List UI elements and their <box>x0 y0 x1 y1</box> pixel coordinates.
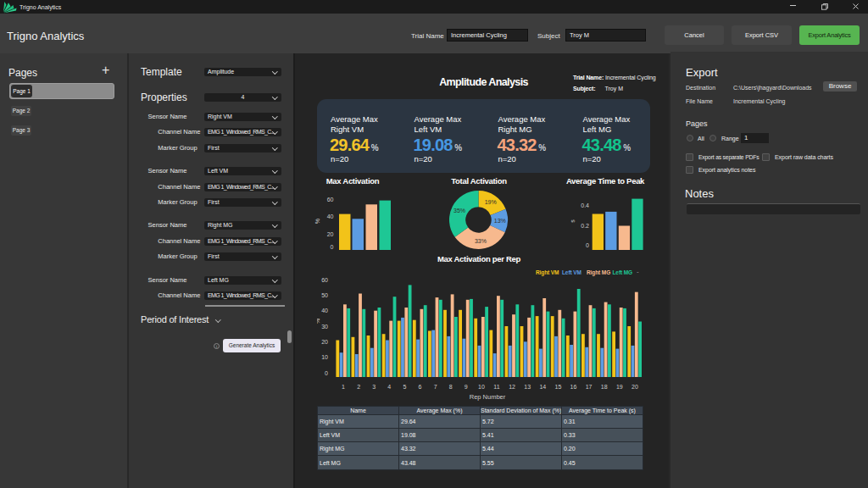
svg-text:4: 4 <box>387 384 391 390</box>
svg-text:18: 18 <box>601 384 608 390</box>
svg-text:12: 12 <box>509 384 515 390</box>
svg-text:3: 3 <box>372 384 376 390</box>
svg-text:19%: 19% <box>485 199 497 205</box>
svg-text:8: 8 <box>449 384 453 390</box>
svg-text:40: 40 <box>327 214 334 219</box>
svg-text:5: 5 <box>403 384 406 390</box>
svg-text:60: 60 <box>321 277 328 283</box>
svg-text:50: 50 <box>321 292 328 298</box>
svg-text:7: 7 <box>434 384 437 390</box>
svg-text:60: 60 <box>327 197 334 202</box>
svg-text:40: 40 <box>321 308 328 313</box>
svg-text:2: 2 <box>357 384 360 390</box>
svg-text:11: 11 <box>493 384 499 390</box>
svg-text:s: s <box>570 219 576 223</box>
svg-text:20: 20 <box>327 231 334 237</box>
svg-text:19: 19 <box>616 384 623 390</box>
svg-text:14: 14 <box>539 384 546 390</box>
svg-text:%: % <box>314 219 320 224</box>
svg-text:15: 15 <box>555 384 562 390</box>
svg-text:17: 17 <box>586 384 593 390</box>
svg-text:0: 0 <box>586 242 589 248</box>
svg-text:0.4: 0.4 <box>581 202 589 208</box>
svg-text:10: 10 <box>321 354 328 360</box>
svg-text:0: 0 <box>325 370 328 376</box>
svg-text:13: 13 <box>524 384 531 390</box>
svg-text:0.2: 0.2 <box>581 223 589 229</box>
svg-text:6: 6 <box>419 384 422 390</box>
svg-text:Rep Number: Rep Number <box>470 393 506 401</box>
svg-text:20: 20 <box>321 339 328 345</box>
svg-text:33%: 33% <box>475 238 487 244</box>
svg-text:9: 9 <box>465 384 468 390</box>
svg-text:13%: 13% <box>494 218 506 224</box>
svg-text:16: 16 <box>570 384 577 390</box>
svg-text:%: % <box>317 319 320 324</box>
svg-text:35%: 35% <box>453 208 465 214</box>
svg-text:10: 10 <box>478 384 485 390</box>
svg-text:0: 0 <box>331 244 334 250</box>
svg-text:1: 1 <box>342 384 345 390</box>
svg-text:30: 30 <box>321 324 328 330</box>
svg-text:20: 20 <box>632 384 638 390</box>
